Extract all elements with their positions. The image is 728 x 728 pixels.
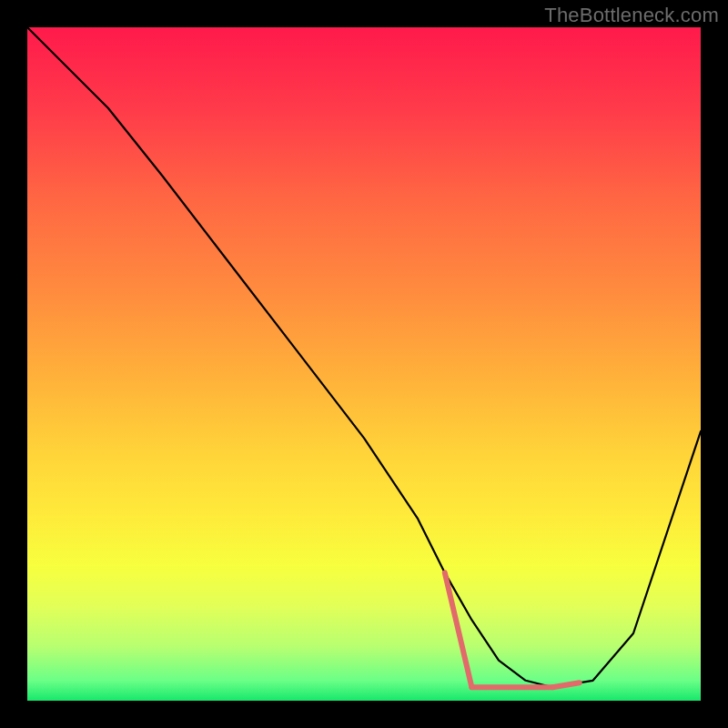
bottleneck-curve-path [27,27,701,687]
plot-area [27,27,701,701]
curve-layer [27,27,701,701]
red-right-edge [552,682,580,687]
watermark-text: TheBottleneck.com [544,4,719,27]
chart-frame: TheBottleneck.com [0,0,728,728]
red-left-edge [445,572,472,687]
